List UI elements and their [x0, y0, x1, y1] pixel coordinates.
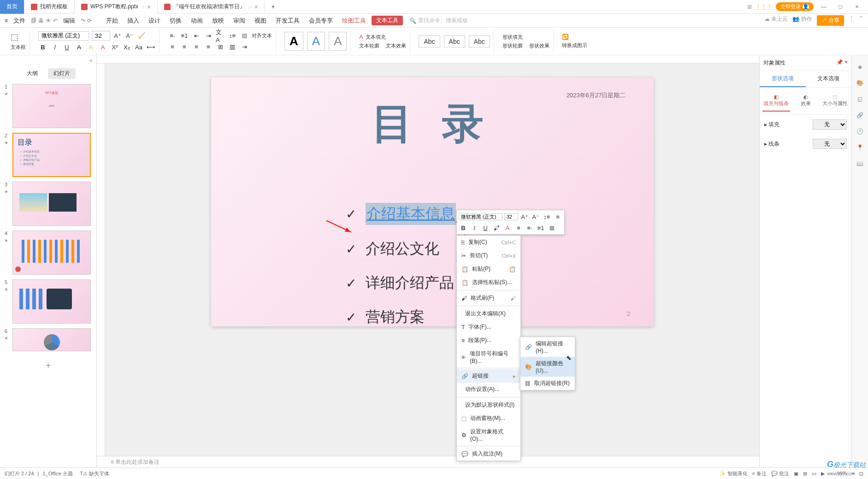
home-tab[interactable]: 首页	[0, 0, 24, 14]
tab-icon[interactable]: ⇥	[240, 42, 249, 52]
slide-thumb-3[interactable]	[12, 182, 91, 226]
text-style-3[interactable]: A	[329, 32, 347, 51]
side-link-icon[interactable]: 🔗	[856, 111, 865, 120]
italic-icon[interactable]: I	[50, 42, 59, 52]
mini-decrease-font-icon[interactable]: A⁻	[531, 212, 540, 221]
mini-bold-icon[interactable]: B	[459, 223, 468, 232]
ctx-paste-special[interactable]: 📋选择性粘贴(S)...	[457, 276, 520, 289]
view-slideshow-icon[interactable]: ▶	[821, 471, 825, 477]
font-select[interactable]	[38, 31, 89, 41]
mini-bullets-icon[interactable]: ≡·	[525, 223, 534, 232]
mini-font-select[interactable]	[459, 213, 502, 220]
undo-icon[interactable]: ↶	[53, 18, 58, 24]
slide-thumb-1[interactable]: PPT教程-PPT	[12, 84, 91, 128]
text-effect-button[interactable]: 文本效果	[386, 42, 406, 49]
textbox-icon[interactable]: ⬚	[11, 32, 26, 42]
notes-toggle[interactable]: ≡ 备注	[752, 470, 767, 477]
tab-insert[interactable]: 插入	[124, 15, 143, 27]
smart-beauty-button[interactable]: ✨ 智能美化	[719, 470, 747, 477]
ctx-paste[interactable]: 📋粘贴(P)📋	[457, 262, 520, 276]
shape-outline-button[interactable]: 形状轮廓	[502, 42, 523, 49]
ctx-format-obj[interactable]: ⚙设置对象格式(O)...	[457, 425, 520, 445]
more-icon[interactable]: ⋮	[849, 15, 854, 26]
mini-size-select[interactable]	[504, 213, 518, 220]
convert-icon[interactable]: 🔁	[562, 34, 587, 40]
fill-line-tab[interactable]: ◧填充与线条	[762, 90, 790, 112]
ctx-hyperlink[interactable]: 🔗超链接▸	[457, 369, 520, 383]
shape-style-1[interactable]: Abc	[419, 35, 440, 47]
side-location-icon[interactable]: 📍	[856, 143, 865, 152]
tab-transition[interactable]: 切换	[166, 15, 185, 27]
sub-remove-link[interactable]: ⛓取消超链接(R)	[520, 377, 575, 390]
distribute-icon[interactable]: ⊞	[216, 42, 225, 52]
line-spacing-icon[interactable]: ↕≡	[228, 31, 237, 41]
side-clock-icon[interactable]: 🕐	[856, 127, 865, 136]
collapse-panel-icon[interactable]: «	[89, 57, 93, 64]
login-button[interactable]: 立即登录👤	[776, 2, 814, 11]
shape-style-3[interactable]: Abc	[469, 35, 490, 47]
decrease-font-icon[interactable]: A⁻	[125, 31, 134, 41]
pin-icon[interactable]: 📌	[836, 59, 843, 65]
bullets-icon[interactable]: ≡·	[168, 31, 177, 41]
refresh-icon[interactable]: ⟳	[87, 18, 92, 24]
tab-text-tools[interactable]: 文本工具	[372, 16, 403, 25]
collab-button[interactable]: 👥 协作	[792, 15, 812, 26]
align-right-icon[interactable]: ≡	[192, 42, 201, 52]
text-style-1[interactable]: A	[284, 32, 303, 51]
strikethrough-icon[interactable]: A̶	[74, 42, 83, 52]
ctx-default-shape[interactable]: 设为默认形状样式(I)	[457, 398, 520, 412]
view-normal-icon[interactable]: ▣	[794, 471, 798, 477]
ctx-font[interactable]: T字体(F)...	[457, 320, 520, 334]
mini-indent-icon[interactable]: ≡	[553, 212, 562, 221]
edit-menu[interactable]: 编辑	[59, 15, 79, 27]
apps-icon[interactable]: ⋮⋮⋮	[756, 4, 772, 10]
tab-developer[interactable]: 开发工具	[272, 15, 303, 27]
ctx-action[interactable]: 动作设置(A)...	[457, 383, 520, 396]
fill-select[interactable]: 无	[813, 119, 847, 130]
line-label[interactable]: ▸ 线条	[764, 140, 779, 148]
tab-drawing-tools[interactable]: 绘图工具	[338, 15, 370, 27]
file-menu[interactable]: 文件	[10, 15, 29, 27]
side-book-icon[interactable]: 📖	[856, 159, 865, 168]
mini-underline-icon[interactable]: U	[481, 223, 490, 232]
spacing-icon[interactable]: ⟷	[146, 42, 155, 52]
add-slide-button[interactable]: +	[2, 356, 94, 376]
text-outline-button[interactable]: 文本轮廓	[359, 42, 379, 49]
mini-numbering-icon[interactable]: ≡1	[536, 223, 545, 232]
ctx-bullets[interactable]: ≡·项目符号和编号(B)...	[457, 347, 520, 367]
collapse-icon[interactable]: ⌃	[859, 15, 863, 26]
size-tab[interactable]: ⬚大小与属性	[821, 90, 849, 112]
ctx-exit-text[interactable]: 退出文本编辑(X)	[457, 307, 520, 320]
mini-toolbar[interactable]: A⁺ A⁻ ↕≡ ≡ B I U 🖍 A ≡ ≡· ≡1 ⊞	[456, 210, 565, 235]
bold-icon[interactable]: B	[38, 42, 47, 52]
notes-area[interactable]: ≡ 单击此处添加备注	[97, 456, 759, 467]
tab-view[interactable]: 视图	[251, 15, 270, 27]
slide-thumb-5[interactable]	[12, 279, 91, 324]
shape-options-tab[interactable]: 形状选项	[760, 71, 806, 87]
ctx-paragraph[interactable]: ≡段落(P)...	[457, 334, 520, 347]
indent-right-icon[interactable]: ⇥	[204, 31, 213, 41]
tab-review[interactable]: 审阅	[230, 15, 249, 27]
list-item[interactable]: 介绍公文化	[366, 239, 439, 259]
maximize-icon[interactable]: □	[834, 4, 847, 10]
mini-color-icon[interactable]: A	[503, 223, 512, 232]
text-style-2[interactable]: A	[307, 32, 325, 51]
search-icon[interactable]: 🔍	[409, 18, 416, 24]
list-item[interactable]: 营销方案	[366, 307, 425, 327]
close-panel-icon[interactable]: ×	[844, 59, 848, 65]
columns-icon[interactable]: ▥	[228, 42, 237, 52]
fill-label[interactable]: ▸ 填充	[764, 121, 779, 129]
shape-effect-button[interactable]: 形状效果	[529, 42, 549, 49]
subscript-icon[interactable]: X₂	[122, 42, 131, 52]
align-vert-icon[interactable]: ⊟	[240, 31, 249, 41]
ctx-insert-comment[interactable]: 💬插入批注(M)	[457, 447, 520, 461]
comments-toggle[interactable]: 💬 批注	[771, 470, 789, 477]
outline-tab[interactable]: 大纲	[21, 68, 43, 79]
numbering-icon[interactable]: ≡1	[180, 31, 189, 41]
tab-document[interactable]: WPS PPT教程.pptx○×	[75, 0, 158, 14]
indent-left-icon[interactable]: ⇤	[192, 31, 201, 41]
tab-slideshow[interactable]: 放映	[208, 15, 228, 27]
side-style-icon[interactable]: 🎨	[856, 78, 865, 88]
font-size-select[interactable]	[92, 31, 110, 41]
save-icon[interactable]: 🗐	[31, 18, 36, 24]
